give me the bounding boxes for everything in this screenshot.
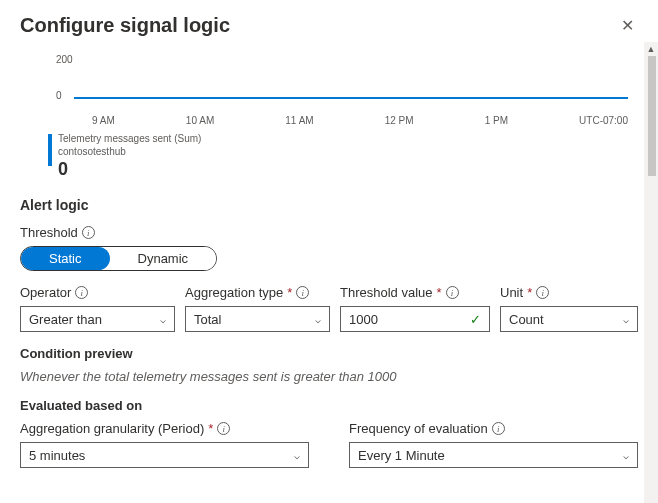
chevron-down-icon: ⌵ [623,314,629,325]
evaluated-heading: Evaluated based on [20,398,638,413]
condition-preview-heading: Condition preview [20,346,638,361]
xtick: 9 AM [92,115,115,126]
info-icon[interactable]: i [82,226,95,239]
check-icon: ✓ [470,312,481,327]
info-icon[interactable]: i [446,286,459,299]
frequency-label: Frequency of evaluation [349,421,488,436]
frequency-value: Every 1 Minute [358,448,445,463]
operator-select[interactable]: Greater than ⌵ [20,306,175,332]
xtick: 1 PM [485,115,508,126]
config-panel: Configure signal logic ✕ 200 0 9 AM 10 A… [0,0,658,503]
granularity-label: Aggregation granularity (Period) [20,421,204,436]
close-icon[interactable]: ✕ [617,12,638,39]
threshold-static-option[interactable]: Static [21,247,110,270]
threshold-label: Threshold [20,225,78,240]
required-mark: * [287,285,292,300]
info-icon[interactable]: i [217,422,230,435]
metric-chart: 200 0 9 AM 10 AM 11 AM 12 PM 1 PM UTC-07… [20,51,638,181]
info-icon[interactable]: i [536,286,549,299]
ytick: 0 [56,90,62,101]
info-icon[interactable]: i [75,286,88,299]
aggregation-label: Aggregation type [185,285,283,300]
alert-logic-heading: Alert logic [20,197,638,213]
frequency-select[interactable]: Every 1 Minute ⌵ [349,442,638,468]
required-mark: * [527,285,532,300]
info-icon[interactable]: i [296,286,309,299]
legend-value: 0 [58,158,201,181]
legend-swatch [48,134,52,166]
legend-resource: contosotesthub [58,145,201,158]
operator-value: Greater than [29,312,102,327]
condition-preview-text: Whenever the total telemetry messages se… [20,369,638,384]
xtick: 11 AM [285,115,313,126]
chevron-down-icon: ⌵ [623,450,629,461]
operator-label: Operator [20,285,71,300]
chevron-down-icon: ⌵ [160,314,166,325]
unit-label: Unit [500,285,523,300]
aggregation-select[interactable]: Total ⌵ [185,306,330,332]
chevron-down-icon: ⌵ [315,314,321,325]
unit-select[interactable]: Count ⌵ [500,306,638,332]
chevron-down-icon: ⌵ [294,450,300,461]
info-icon[interactable]: i [492,422,505,435]
threshold-value-label: Threshold value [340,285,433,300]
ytick: 200 [56,54,73,65]
scroll-up-icon[interactable]: ▲ [644,42,658,56]
required-mark: * [208,421,213,436]
granularity-value: 5 minutes [29,448,85,463]
chart-line [74,97,628,99]
required-mark: * [437,285,442,300]
unit-value: Count [509,312,544,327]
aggregation-value: Total [194,312,221,327]
xtick: 10 AM [186,115,214,126]
legend-series-name: Telemetry messages sent (Sum) [58,132,201,145]
threshold-toggle: Static Dynamic [20,246,217,271]
xtick: 12 PM [385,115,414,126]
scrollbar-thumb[interactable] [648,56,656,176]
granularity-select[interactable]: 5 minutes ⌵ [20,442,309,468]
timezone-label: UTC-07:00 [579,115,628,126]
threshold-value-input[interactable]: 1000 ✓ [340,306,490,332]
threshold-dynamic-option[interactable]: Dynamic [110,247,217,270]
threshold-value: 1000 [349,312,378,327]
panel-title: Configure signal logic [20,14,230,37]
